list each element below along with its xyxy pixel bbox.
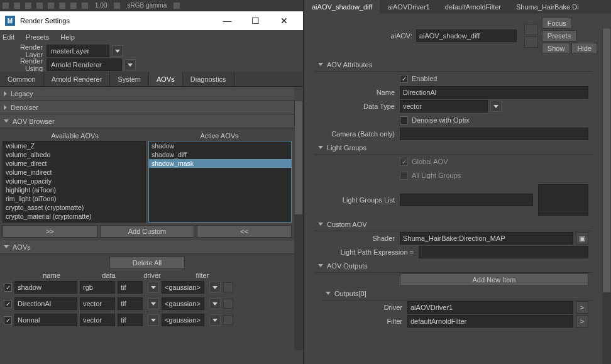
aov-action-icon[interactable] [223,282,233,292]
aov-filter-field[interactable]: <gaussian> [162,281,204,294]
aov-driver-field[interactable]: tif [118,314,143,326]
list-item[interactable]: crypto_material (cryptomatte) [3,212,145,221]
focus-button[interactable]: Focus [542,18,572,29]
nav-back-icon[interactable] [524,24,538,35]
aov-data-field[interactable]: vector [80,297,115,310]
minimize-button[interactable]: — [213,11,241,30]
menu-edit[interactable]: Edit [3,33,14,41]
render-using-dropdown[interactable]: Arnold Renderer [47,58,122,71]
section-custom-aov[interactable]: Custom AOV [314,218,592,231]
close-button[interactable]: ✕ [270,11,298,30]
list-item-selected[interactable]: shadow_mask [149,159,291,168]
tab-common[interactable]: Common [0,72,44,86]
aiAOV-name-field[interactable]: aiAOV_shadow_diff [416,30,517,42]
list-item[interactable]: volume_opacity [3,177,145,185]
top-taskbar: 1.00 sRGB gamma [0,0,303,11]
section-aov-browser[interactable]: AOV Browser [0,114,294,128]
aov-filter-field[interactable]: <gaussian> [162,314,204,326]
tab-system[interactable]: System [110,72,149,86]
render-using-dd-button[interactable] [124,59,136,70]
data-type-dd-button[interactable] [490,101,502,112]
filter-dd-button[interactable] [209,314,221,326]
aov-name-field[interactable]: shadow [14,281,77,294]
list-item[interactable]: highlight (aiToon) [3,185,145,194]
camera-field[interactable] [400,128,588,140]
render-layer-dd-button[interactable] [112,45,123,57]
r-tab-filter[interactable]: defaultArnoldFilter [438,0,509,14]
aov-filter-field[interactable]: <gaussian> [162,297,204,310]
show-button[interactable]: Show [542,43,571,54]
active-aovs-list[interactable]: shadow shadow_diff shadow_mask [148,141,292,223]
section-aov-outputs[interactable]: AOV Outputs [314,259,592,273]
hide-button[interactable]: Hide [571,43,597,54]
add-new-item-button[interactable]: Add New Item [400,273,588,286]
aov-name-field[interactable]: Normal [14,314,77,326]
render-layer-row: Render Layer masterLayer [0,44,303,58]
enabled-checkbox[interactable] [400,75,408,83]
aov-row: DirectionAl vector tif <gaussian> [0,295,294,312]
driver-dd-button[interactable] [148,282,159,293]
tab-diagnostics[interactable]: Diagnostics [183,72,234,86]
list-item[interactable]: volume_indirect [3,168,145,177]
section-aovs[interactable]: AOVs [0,240,294,254]
move-right-button[interactable]: >> [3,225,97,238]
driver-dd-button[interactable] [148,298,159,309]
section-aov-attributes[interactable]: AOV Attributes [314,58,592,72]
driver-nav-button[interactable]: > [576,301,588,314]
delete-all-button[interactable]: Delete All [109,256,185,269]
move-left-button[interactable]: << [197,225,292,238]
shader-field[interactable]: Shuma_HairBake:Direction_MAP [400,232,573,245]
left-scrollbar[interactable] [294,101,303,350]
filter-nav-button[interactable]: > [576,315,588,328]
list-item[interactable]: rim_light (aiToon) [3,194,145,203]
active-aovs-label: Active AOVs [147,131,292,141]
add-custom-button[interactable]: Add Custom [100,225,195,238]
aov-driver-field[interactable]: tif [118,281,143,294]
presets-button[interactable]: Presets [542,30,576,41]
maximize-button[interactable]: ☐ [241,11,270,30]
aov-driver-field[interactable]: tif [118,297,143,310]
tab-arnold-renderer[interactable]: Arnold Renderer [44,72,111,86]
r-tab-aov[interactable]: aiAOV_shadow_diff [304,0,380,14]
nav-fwd-icon[interactable] [524,36,538,48]
driver-field[interactable]: aiAOVDriver1 [407,301,573,314]
light-groups-list-field[interactable] [400,194,533,206]
menu-help[interactable]: Help [60,33,75,41]
aov-action-icon[interactable] [223,299,233,309]
aov-action-icon[interactable] [223,315,233,325]
window-titlebar[interactable]: M Render Settings — ☐ ✕ [0,11,303,30]
tab-aovs[interactable]: AOVs [149,72,183,86]
section-denoiser[interactable]: Denoiser [0,101,294,114]
list-item[interactable]: crypto_asset (cryptomatte) [3,203,145,212]
list-item[interactable]: crypto_object (cryptomatte) [3,221,145,223]
list-item[interactable]: volume_direct [3,159,145,168]
list-item[interactable]: shadow [149,141,291,150]
name-field[interactable]: DirectionAl [400,86,588,99]
list-item[interactable]: volume_Z [3,141,145,150]
aov-enabled-checkbox[interactable] [4,284,12,292]
denoise-checkbox[interactable] [400,116,408,124]
list-item[interactable]: volume_albedo [3,150,145,159]
aov-name-field[interactable]: DirectionAl [14,297,77,310]
filter-dd-button[interactable] [209,282,221,293]
section-light-groups[interactable]: Light Groups [314,141,592,155]
r-tab-driver[interactable]: aiAOVDriver1 [380,0,437,14]
menu-presets[interactable]: Presets [26,33,49,41]
aov-data-field[interactable]: rgb [80,281,115,294]
driver-dd-button[interactable] [148,314,159,326]
r-tab-shuma[interactable]: Shuma_HairBake:Di [509,0,586,14]
filter-dd-button[interactable] [209,298,221,309]
available-aovs-list[interactable]: volume_Z volume_albedo volume_direct vol… [3,141,146,223]
lpe-field[interactable] [419,246,588,258]
data-type-dropdown[interactable]: vector [400,100,488,113]
filter-field[interactable]: defaultArnoldFilter [407,315,573,328]
list-item[interactable]: shadow_diff [149,150,291,159]
right-scrollbar[interactable] [602,28,611,364]
section-outputs0[interactable]: Outputs[0] [322,287,592,301]
section-legacy[interactable]: Legacy [0,87,294,101]
aov-data-field[interactable]: vector [80,314,115,326]
aov-enabled-checkbox[interactable] [4,316,12,324]
render-layer-dropdown[interactable]: masterLayer [47,45,109,57]
aov-enabled-checkbox[interactable] [4,300,12,308]
shader-map-button[interactable]: ▣ [576,232,588,245]
